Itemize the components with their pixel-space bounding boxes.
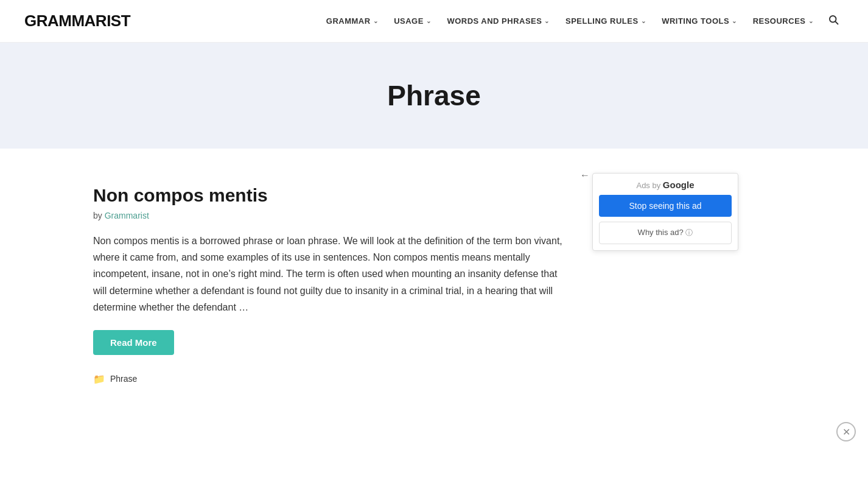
- main-wrapper: Non compos mentis by Grammarist Non comp…: [0, 149, 868, 440]
- content-layout: Non compos mentis by Grammarist Non comp…: [69, 173, 799, 403]
- articles-column: Non compos mentis by Grammarist Non comp…: [93, 173, 568, 403]
- author-link[interactable]: Grammarist: [105, 211, 149, 220]
- chevron-down-icon: ⌄: [732, 18, 737, 24]
- sidebar-ad-area: ← Ads by Google Stop seeing this ad Why …: [592, 173, 775, 251]
- stop-seeing-ad-button[interactable]: Stop seeing this ad: [599, 195, 732, 217]
- article-excerpt: Non compos mentis is a borrowed phrase o…: [93, 233, 568, 315]
- ad-popup-header: Ads by Google: [593, 174, 738, 195]
- site-logo[interactable]: GRAMMARIST: [24, 12, 130, 30]
- ad-popup: Ads by Google Stop seeing this ad Why th…: [592, 173, 738, 251]
- main-nav: GRAMMAR ⌄ USAGE ⌄ WORDS AND PHRASES ⌄ SP…: [320, 9, 844, 33]
- nav-grammar[interactable]: GRAMMAR ⌄: [320, 12, 384, 30]
- read-more-button[interactable]: Read More: [93, 330, 174, 355]
- nav-usage[interactable]: USAGE ⌄: [388, 12, 437, 30]
- nav-spelling-rules[interactable]: SPELLING RULES ⌄: [559, 12, 652, 30]
- svg-line-1: [835, 21, 838, 24]
- site-header: GRAMMARIST GRAMMAR ⌄ USAGE ⌄ WORDS AND P…: [0, 0, 868, 43]
- article-title: Non compos mentis: [93, 185, 568, 206]
- page-title: Phrase: [12, 79, 856, 112]
- search-button[interactable]: [823, 9, 844, 33]
- back-arrow-icon[interactable]: ←: [580, 170, 590, 181]
- sidebar-column: ← Ads by Google Stop seeing this ad Why …: [592, 173, 775, 251]
- article-meta: by Grammarist: [93, 211, 568, 220]
- chevron-down-icon: ⌄: [808, 18, 814, 24]
- close-circle-button[interactable]: ✕: [836, 422, 856, 440]
- info-icon: ⓘ: [685, 228, 693, 237]
- nav-words-phrases[interactable]: WORDS AND PHRASES ⌄: [441, 12, 556, 30]
- why-this-ad-button[interactable]: Why this ad? ⓘ: [599, 222, 732, 244]
- page-hero: Phrase: [0, 43, 868, 149]
- nav-writing-tools[interactable]: WRITING TOOLS ⌄: [656, 12, 743, 30]
- nav-resources[interactable]: RESOURCES ⌄: [747, 12, 819, 30]
- folder-icon: 📁: [93, 373, 105, 385]
- chevron-down-icon: ⌄: [426, 18, 432, 24]
- article-card: Non compos mentis by Grammarist Non comp…: [93, 173, 568, 403]
- chevron-down-icon: ⌄: [641, 18, 646, 24]
- category-link[interactable]: Phrase: [110, 374, 137, 384]
- article-footer: 📁 Phrase: [93, 373, 568, 385]
- chevron-down-icon: ⌄: [373, 18, 379, 24]
- chevron-down-icon: ⌄: [544, 18, 550, 24]
